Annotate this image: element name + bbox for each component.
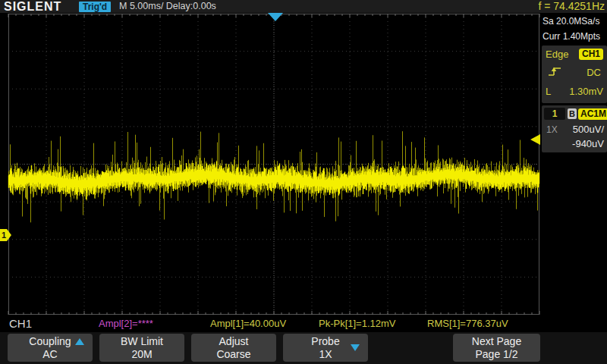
chevron-up-icon bbox=[75, 338, 84, 345]
adjust-label: Adjust bbox=[191, 334, 276, 348]
waveform-display bbox=[0, 0, 541, 316]
rising-edge-icon bbox=[547, 65, 562, 81]
measurement-ampl2: Ampl[2]=**** bbox=[99, 318, 153, 329]
bw-limit-label: BW Limit bbox=[99, 334, 184, 348]
coupling-button[interactable]: Coupling AC bbox=[8, 334, 93, 362]
next-page-value: Page 1/2 bbox=[453, 348, 540, 361]
next-page-label: Next Page bbox=[453, 334, 540, 348]
volts-per-division: 500uV/ bbox=[573, 124, 604, 135]
bandwidth-limit-badge: B bbox=[568, 108, 577, 119]
adjust-button[interactable]: Adjust Coarse bbox=[191, 334, 276, 362]
memory-depth: Curr 1.40Mpts bbox=[542, 29, 607, 44]
chevron-down-icon bbox=[351, 344, 360, 351]
measurement-rms1: RMS[1]=776.37uV bbox=[427, 318, 508, 329]
trigger-coupling: DC bbox=[587, 67, 601, 78]
channel-coupling-badge: AC1M bbox=[578, 108, 607, 120]
trigger-type: Edge bbox=[546, 49, 568, 60]
measurement-pkpk1: Pk-Pk[1]=1.12mV bbox=[319, 318, 396, 329]
probe-button[interactable]: Probe 1X bbox=[283, 334, 368, 362]
trigger-level-value: 1.30mV bbox=[569, 86, 603, 97]
sample-rate: Sa 20.0MSa/s bbox=[542, 14, 607, 29]
next-page-button[interactable]: Next Page Page 1/2 bbox=[453, 334, 540, 362]
oscilloscope-screen: SIGLENT Trig'd M 5.00ms/ Delay:0.00s f =… bbox=[0, 0, 607, 364]
trigger-level-label: L bbox=[546, 86, 551, 97]
measurement-row: CH1 Ampl[2]=**** Ampl[1]=40.00uV Pk-Pk[1… bbox=[0, 316, 607, 331]
softkey-menu-bar: Coupling AC BW Limit 20M Adjust Coarse P… bbox=[0, 332, 607, 364]
probe-attenuation: 1X bbox=[546, 124, 558, 135]
acquisition-info: Sa 20.0MSa/s Curr 1.40Mpts bbox=[542, 14, 607, 44]
channel-number-box: 1 bbox=[544, 108, 565, 120]
coupling-value: AC bbox=[8, 348, 93, 361]
channel1-panel[interactable]: 1 B AC1M 1X 500uV/ -940uV bbox=[542, 105, 607, 152]
frequency-counter: f = 74.4251Hz bbox=[538, 0, 605, 13]
channel-offset-value: -940uV bbox=[572, 138, 604, 149]
trigger-panel[interactable]: Edge CH1 DC L 1.30mV bbox=[542, 46, 607, 103]
measurement-ampl1: Ampl[1]=40.00uV bbox=[210, 318, 286, 329]
adjust-value: Coarse bbox=[191, 348, 276, 361]
bw-limit-value: 20M bbox=[99, 348, 184, 361]
active-channel-label: CH1 bbox=[9, 317, 32, 330]
trigger-source-badge: CH1 bbox=[579, 49, 603, 60]
bw-limit-button[interactable]: BW Limit 20M bbox=[99, 334, 184, 362]
